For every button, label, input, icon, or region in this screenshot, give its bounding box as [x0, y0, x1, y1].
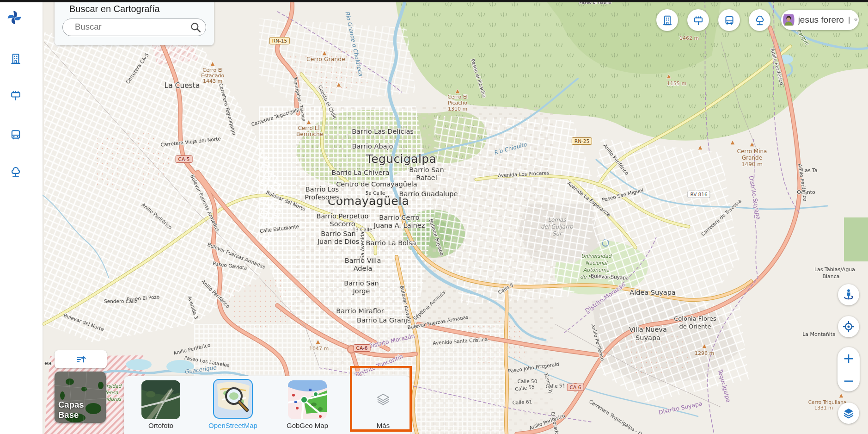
sort-layers-button[interactable]	[55, 350, 107, 368]
building-icon	[661, 14, 673, 26]
map-label: Berrinche	[296, 131, 323, 137]
map-label: Barrio Guadalupe	[399, 190, 458, 198]
locate-icon	[842, 320, 855, 333]
map-label: Calle 50	[518, 378, 538, 384]
zoom-out-button[interactable]: −	[837, 369, 860, 391]
bus-icon[interactable]	[9, 128, 22, 141]
tree-icon	[754, 14, 766, 26]
road-badge: RN-15	[269, 37, 290, 44]
more-layers-icon	[364, 380, 403, 419]
map-label: Picacho	[448, 100, 467, 106]
map-label: Tegucigalpa	[366, 152, 437, 166]
sidebar	[0, 0, 43, 434]
map-label: 1462 m	[679, 35, 699, 41]
tree-icon[interactable]	[9, 166, 22, 179]
ortofoto-thumbnail	[141, 380, 180, 419]
map-label: ersidad	[104, 383, 122, 389]
map-label: de Oriente	[679, 323, 711, 330]
road-badge: CA-5	[176, 155, 193, 163]
layer-label-mas[interactable]: Más	[364, 422, 403, 429]
map-label: Barrio San	[344, 279, 379, 287]
map-label: ▲	[839, 392, 844, 398]
search-panel-title: Buscar en Cartografía	[69, 4, 160, 14]
map-label: Barrio Abajo	[352, 143, 393, 150]
map-label: Aldea Suyapa	[630, 289, 676, 296]
street-view-button[interactable]	[838, 284, 859, 305]
map-label: Calle 61	[512, 399, 532, 405]
map-label: Barrio San	[321, 230, 355, 237]
map-label: Profesores	[305, 193, 340, 201]
building-map-button[interactable]	[656, 9, 678, 31]
map-label: Nacional	[585, 260, 608, 266]
map-label: Rafael	[416, 174, 437, 181]
layer-label-ortofoto[interactable]: Ortofoto	[141, 422, 180, 429]
map-label: Cerro Grande	[306, 56, 345, 62]
map-label: 1443 m	[203, 78, 222, 84]
map-label: ▲	[703, 343, 707, 349]
gobgeo-map-thumbnail	[288, 380, 327, 419]
layers-icon	[842, 407, 855, 420]
map-label: Barrio La Bolsa	[366, 239, 416, 247]
map-label: Sendero Cáliz	[104, 298, 137, 304]
user-divider: |	[848, 15, 850, 25]
openstreetmap-thumbnail	[214, 379, 252, 418]
map-label: La Cuesta	[165, 81, 200, 90]
map-label: Sur	[552, 230, 562, 237]
map-label: Barrio San	[409, 166, 444, 174]
road-badge: RN-25	[572, 137, 592, 145]
layer-tile-openstreetmap[interactable]	[214, 379, 252, 418]
billboard-icon	[692, 14, 704, 26]
map-label: ▲	[731, 139, 735, 145]
pegman-icon	[842, 288, 856, 302]
user-menu[interactable]: jesus forero |	[781, 10, 859, 30]
layer-tile-mas[interactable]	[364, 380, 403, 419]
locate-button[interactable]	[838, 316, 859, 337]
map-label: Calle 51	[545, 383, 565, 389]
basemap-layers-button[interactable]	[838, 403, 859, 424]
tree-map-button[interactable]	[749, 9, 770, 31]
avatar	[783, 11, 795, 29]
map-canvas[interactable]: TegucigalpaComayagüelaBarrio Las Delicia…	[0, 0, 868, 434]
app-logo[interactable]	[6, 9, 23, 26]
map-label: Barrio Cerro	[379, 214, 419, 221]
map-label: Barrio Los	[306, 186, 339, 193]
layer-tile-gobgeo-map[interactable]	[288, 380, 327, 419]
map-label: ▲	[316, 339, 320, 345]
map-label: Socorro	[330, 220, 355, 228]
map-label: 13 Calle	[353, 227, 373, 232]
sort-icon	[75, 353, 87, 366]
layer-tile-ortofoto[interactable]	[141, 380, 180, 419]
map-label: 5a Calle	[366, 190, 385, 196]
map-label: Barrio La Chivera	[331, 169, 389, 176]
user-name: jesus forero	[798, 15, 844, 25]
map-label: Barrio Las Delicias	[352, 128, 414, 135]
road-badge: RV-816	[687, 191, 710, 198]
layer-label-gobgeo-map[interactable]: GobGeo Map	[282, 422, 333, 429]
base-layers-toggle[interactable]: Capas Base	[55, 372, 106, 423]
zoom-in-button[interactable]: +	[837, 347, 860, 369]
map-label: La Montañita	[802, 331, 836, 337]
map-label: Las Tablas/Agua	[814, 267, 855, 273]
billboard-map-button[interactable]	[687, 9, 709, 31]
map-label: Cerro Mina	[737, 148, 767, 155]
search-input[interactable]	[74, 21, 182, 32]
gis-app: { "search": {"title": "Buscar en Cartogr…	[0, 0, 868, 434]
search-icon[interactable]	[189, 21, 202, 33]
building-icon[interactable]	[9, 52, 22, 65]
layer-label-openstreetmap[interactable]: OpenStreetMap	[208, 422, 258, 429]
map-label: Comayagüela	[328, 194, 409, 208]
map-label: Autónoma	[583, 267, 610, 273]
map-label: ▲	[667, 73, 671, 79]
search-panel: Buscar en Cartografía	[55, 0, 214, 45]
map-label: 1331 m	[814, 405, 833, 410]
map-label: 1490 m	[741, 161, 763, 167]
map-label: Barrio Miraflor	[336, 307, 384, 315]
map-label: Juana A. Lainez	[373, 222, 425, 229]
map-label: Universidad	[581, 253, 612, 259]
map-label: ▲	[750, 141, 754, 147]
billboard-icon[interactable]	[9, 89, 22, 102]
map-label: Centro de Comayagüela	[336, 180, 417, 188]
map-label: Barrio Perpetuo	[317, 212, 369, 220]
bus-map-button[interactable]	[718, 9, 740, 31]
map-label: 1296 m	[695, 350, 714, 356]
